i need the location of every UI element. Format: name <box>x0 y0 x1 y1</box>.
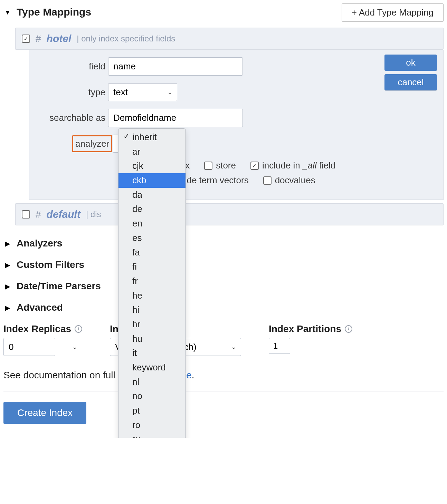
analyzers-section[interactable]: Analyzers <box>3 238 444 249</box>
store-option-label: store <box>216 160 236 171</box>
hash-icon: # <box>36 33 41 44</box>
mapping-hotel-name: hotel <box>47 33 72 45</box>
hash-icon: # <box>36 209 41 220</box>
create-index-button[interactable]: Create Index <box>3 402 86 424</box>
analyzer-option-hi[interactable]: hi <box>118 303 186 317</box>
analyzer-option-fi[interactable]: fi <box>118 260 186 274</box>
analyzer-option-nl[interactable]: nl <box>118 375 186 389</box>
cancel-button[interactable]: cancel <box>384 74 437 90</box>
info-icon[interactable]: i <box>345 325 352 333</box>
analyzer-option-es[interactable]: es <box>118 231 186 245</box>
mapping-default-note: | dis <box>86 210 101 219</box>
info-icon[interactable]: i <box>75 325 82 333</box>
searchable-as-label: searchable as <box>39 113 108 123</box>
mapping-default-name: default <box>47 209 80 220</box>
analyzer-option-fa[interactable]: fa <box>118 245 186 260</box>
analyzer-option-ru[interactable]: ru <box>118 432 186 438</box>
analyzer-option-de[interactable]: de <box>118 202 186 216</box>
field-name-input[interactable] <box>108 57 243 76</box>
mapping-row-default[interactable]: # default | dis <box>15 203 444 225</box>
analyzer-option-ckb[interactable]: ckb <box>118 173 186 188</box>
analyzer-option-ar[interactable]: ar <box>118 145 186 159</box>
ok-button[interactable]: ok <box>384 55 437 71</box>
analyzer-option-fr[interactable]: fr <box>118 274 186 289</box>
mapping-default-checkbox[interactable] <box>22 210 30 219</box>
analyzer-option-hu[interactable]: hu <box>118 332 186 346</box>
type-mappings-header[interactable]: Type Mappings <box>3 6 91 18</box>
store-checkbox[interactable] <box>204 162 212 170</box>
caret-down-icon <box>3 8 12 17</box>
analyzer-option-keyword[interactable]: keyword <box>118 360 186 375</box>
custom-filters-title: Custom Filters <box>17 259 84 270</box>
caret-right-icon <box>3 239 12 248</box>
analyzer-option-he[interactable]: he <box>118 289 186 303</box>
searchable-as-input[interactable] <box>108 109 243 127</box>
type-select[interactable]: text <box>108 83 177 101</box>
datetime-parsers-section[interactable]: Date/Time Parsers <box>3 281 444 292</box>
type-label: type <box>39 87 108 98</box>
analyzer-option-da[interactable]: da <box>118 188 186 202</box>
mapping-hotel-note: | only index specified fields <box>77 34 175 43</box>
analyzer-label: analyzer <box>72 135 112 152</box>
type-mappings-title: Type Mappings <box>17 6 91 18</box>
custom-filters-section[interactable]: Custom Filters <box>3 259 444 270</box>
docvalues-label: docvalues <box>275 175 315 186</box>
chevron-down-icon: ⌄ <box>72 343 77 351</box>
analyzer-option-inherit[interactable]: inherit <box>118 130 186 145</box>
documentation-line: See documentation on full text indexes h… <box>3 370 444 381</box>
caret-right-icon <box>3 282 12 291</box>
analyzer-option-en[interactable]: en <box>118 216 186 231</box>
docvalues-checkbox[interactable] <box>263 176 272 185</box>
divider <box>3 391 444 391</box>
field-label: field <box>39 61 108 72</box>
analyzer-dropdown[interactable]: inheritarcjkckbdadeenesfafifrhehihrhuitk… <box>118 128 186 438</box>
analyzer-option-hr[interactable]: hr <box>118 317 186 332</box>
mapping-row-hotel[interactable]: # hotel | only index specified fields <box>15 28 444 50</box>
caret-right-icon <box>3 303 12 312</box>
add-type-mapping-button[interactable]: + Add Type Mapping <box>342 3 444 22</box>
index-replicas-select[interactable]: 0 <box>3 338 55 356</box>
mapping-hotel-checkbox[interactable] <box>22 35 30 43</box>
advanced-section[interactable]: Advanced <box>3 302 444 313</box>
datetime-parsers-title: Date/Time Parsers <box>17 281 101 292</box>
field-editor-panel: ok cancel field type text ⌄ searchable a… <box>29 50 444 200</box>
index-partitions-input[interactable] <box>269 338 290 354</box>
include-in-all-label: include in _all field <box>262 160 335 171</box>
analyzer-option-ro[interactable]: ro <box>118 418 186 433</box>
index-replicas-label: Index Replicas <box>3 323 71 335</box>
analyzer-option-it[interactable]: it <box>118 346 186 360</box>
analyzer-option-cjk[interactable]: cjk <box>118 159 186 173</box>
advanced-title: Advanced <box>17 302 63 313</box>
analyzer-option-no[interactable]: no <box>118 389 186 404</box>
analyzers-title: Analyzers <box>17 238 62 249</box>
caret-right-icon <box>3 260 12 269</box>
include-in-all-checkbox[interactable] <box>250 162 259 170</box>
analyzer-option-pt[interactable]: pt <box>118 404 186 418</box>
index-partitions-label: Index Partitions <box>269 323 341 335</box>
